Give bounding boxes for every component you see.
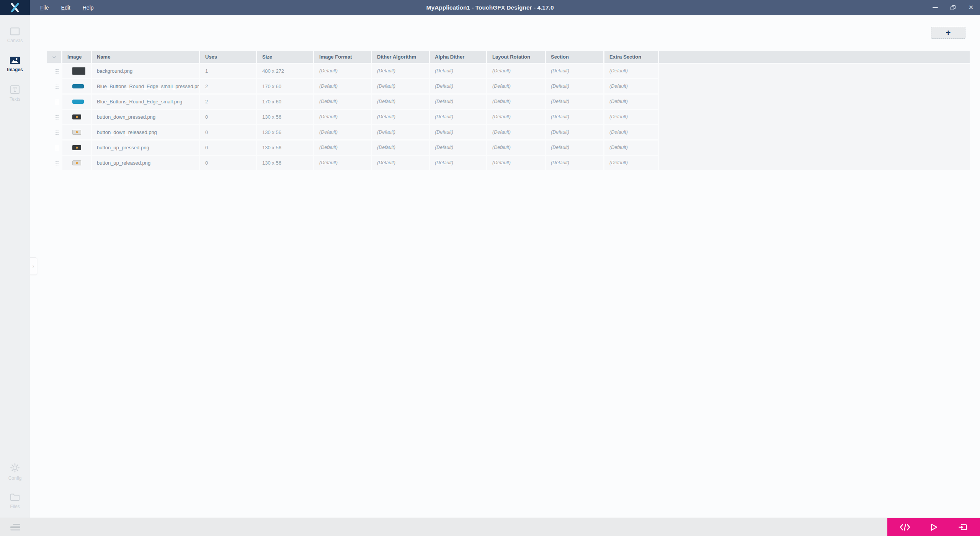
column-header-uses: Uses xyxy=(200,51,256,63)
image-thumbnail-cell xyxy=(62,79,91,93)
alpha-dither-cell[interactable]: (Default) xyxy=(430,156,486,170)
dither-algorithm-cell[interactable]: (Default) xyxy=(372,156,429,170)
dither-algorithm-cell[interactable]: (Default) xyxy=(372,64,429,78)
row-drag-handle[interactable] xyxy=(47,95,61,109)
alpha-dither-cell[interactable]: (Default) xyxy=(430,95,486,109)
image-name-cell[interactable]: button_down_released.png xyxy=(92,125,199,139)
select-all-header[interactable] xyxy=(47,51,61,63)
menu-help[interactable]: Help xyxy=(79,3,97,12)
generate-code-button[interactable] xyxy=(893,518,916,536)
section-cell[interactable]: (Default) xyxy=(546,141,603,155)
gear-icon xyxy=(10,462,20,473)
run-simulator-button[interactable] xyxy=(922,518,945,536)
images-icon xyxy=(10,56,20,65)
extra-section-cell[interactable]: (Default) xyxy=(604,141,658,155)
image-name-cell[interactable]: button_down_pressed.png xyxy=(92,110,199,124)
column-header-extra-section: Extra Section xyxy=(604,51,658,63)
add-image-button[interactable]: + xyxy=(931,27,965,39)
sidebar: Canvas Images Texts Co xyxy=(0,15,30,518)
layout-rotation-cell[interactable]: (Default) xyxy=(487,64,545,78)
image-name-cell[interactable]: Blue_Buttons_Round_Edge_small.png xyxy=(92,95,199,109)
panel-expander[interactable]: › xyxy=(30,257,37,275)
section-cell[interactable]: (Default) xyxy=(546,79,603,93)
close-icon: ✕ xyxy=(969,5,973,11)
image-format-cell[interactable]: (Default) xyxy=(314,141,371,155)
menu-file[interactable]: File xyxy=(37,3,52,12)
size-cell: 480 x 272 xyxy=(257,64,313,78)
image-thumbnail-cell xyxy=(62,64,91,78)
image-name-cell[interactable]: Blue_Buttons_Round_Edge_small_pressed.pn… xyxy=(92,79,199,93)
uses-cell: 0 xyxy=(200,156,256,170)
column-header-image-format: Image Format xyxy=(314,51,371,63)
code-icon xyxy=(899,523,911,531)
layout-rotation-cell[interactable]: (Default) xyxy=(487,95,545,109)
image-thumbnail-cell xyxy=(62,141,91,155)
image-format-cell[interactable]: (Default) xyxy=(314,110,371,124)
alpha-dither-cell[interactable]: (Default) xyxy=(430,64,486,78)
row-drag-handle[interactable] xyxy=(47,156,61,170)
section-cell[interactable]: (Default) xyxy=(546,110,603,124)
extra-section-cell[interactable]: (Default) xyxy=(604,95,658,109)
image-format-cell[interactable]: (Default) xyxy=(314,95,371,109)
uses-cell: 0 xyxy=(200,125,256,139)
row-drag-handle[interactable] xyxy=(47,79,61,93)
hamburger-icon xyxy=(13,524,20,525)
uses-cell: 0 xyxy=(200,141,256,155)
section-cell[interactable]: (Default) xyxy=(546,64,603,78)
extra-section-cell[interactable]: (Default) xyxy=(604,125,658,139)
sidebar-item-label: Canvas xyxy=(7,38,23,43)
alpha-dither-cell[interactable]: (Default) xyxy=(430,110,486,124)
layout-rotation-cell[interactable]: (Default) xyxy=(487,156,545,170)
image-format-cell[interactable]: (Default) xyxy=(314,125,371,139)
menu-toggle-button[interactable] xyxy=(10,524,20,531)
dither-algorithm-cell[interactable]: (Default) xyxy=(372,95,429,109)
dither-algorithm-cell[interactable]: (Default) xyxy=(372,141,429,155)
alpha-dither-cell[interactable]: (Default) xyxy=(430,141,486,155)
row-drag-handle[interactable] xyxy=(47,64,61,78)
column-header-layout-rotation: Layout Rotation xyxy=(487,51,545,63)
alpha-dither-cell[interactable]: (Default) xyxy=(430,79,486,93)
image-format-cell[interactable]: (Default) xyxy=(314,156,371,170)
dither-algorithm-cell[interactable]: (Default) xyxy=(372,79,429,93)
sidebar-item-label: Files xyxy=(10,504,20,509)
extra-section-cell[interactable]: (Default) xyxy=(604,79,658,93)
dither-algorithm-cell[interactable]: (Default) xyxy=(372,110,429,124)
restore-icon xyxy=(951,5,956,10)
image-name-cell[interactable]: button_up_released.png xyxy=(92,156,199,170)
section-cell[interactable]: (Default) xyxy=(546,95,603,109)
uses-cell: 1 xyxy=(200,64,256,78)
layout-rotation-cell[interactable]: (Default) xyxy=(487,125,545,139)
image-thumbnail xyxy=(72,84,84,88)
sidebar-item-files[interactable]: Files xyxy=(0,486,30,515)
image-format-cell[interactable]: (Default) xyxy=(314,79,371,93)
row-drag-handle[interactable] xyxy=(47,110,61,124)
restore-button[interactable] xyxy=(944,0,962,15)
row-drag-handle[interactable] xyxy=(47,141,61,155)
extra-section-cell[interactable]: (Default) xyxy=(604,64,658,78)
row-drag-handle[interactable] xyxy=(47,125,61,139)
folder-icon xyxy=(10,492,20,502)
sidebar-item-texts[interactable]: Texts xyxy=(0,79,30,108)
close-button[interactable]: ✕ xyxy=(962,0,980,15)
dither-algorithm-cell[interactable]: (Default) xyxy=(372,125,429,139)
run-target-button[interactable] xyxy=(951,518,974,536)
layout-rotation-cell[interactable]: (Default) xyxy=(487,110,545,124)
minimize-button[interactable] xyxy=(926,0,944,15)
section-cell[interactable]: (Default) xyxy=(546,125,603,139)
menu-edit[interactable]: Edit xyxy=(58,3,74,12)
extra-section-cell[interactable]: (Default) xyxy=(604,110,658,124)
image-name-cell[interactable]: button_up_pressed.png xyxy=(92,141,199,155)
image-thumbnail xyxy=(72,114,81,119)
layout-rotation-cell[interactable]: (Default) xyxy=(487,79,545,93)
layout-rotation-cell[interactable]: (Default) xyxy=(487,141,545,155)
sidebar-item-config[interactable]: Config xyxy=(0,457,30,486)
extra-section-cell[interactable]: (Default) xyxy=(604,156,658,170)
alpha-dither-cell[interactable]: (Default) xyxy=(430,125,486,139)
section-cell[interactable]: (Default) xyxy=(546,156,603,170)
sidebar-item-canvas[interactable]: Canvas xyxy=(0,21,30,50)
image-name-cell[interactable]: background.png xyxy=(92,64,199,78)
size-cell: 170 x 60 xyxy=(257,95,313,109)
sidebar-item-images[interactable]: Images xyxy=(0,50,30,79)
status-bar xyxy=(0,518,980,536)
image-format-cell[interactable]: (Default) xyxy=(314,64,371,78)
